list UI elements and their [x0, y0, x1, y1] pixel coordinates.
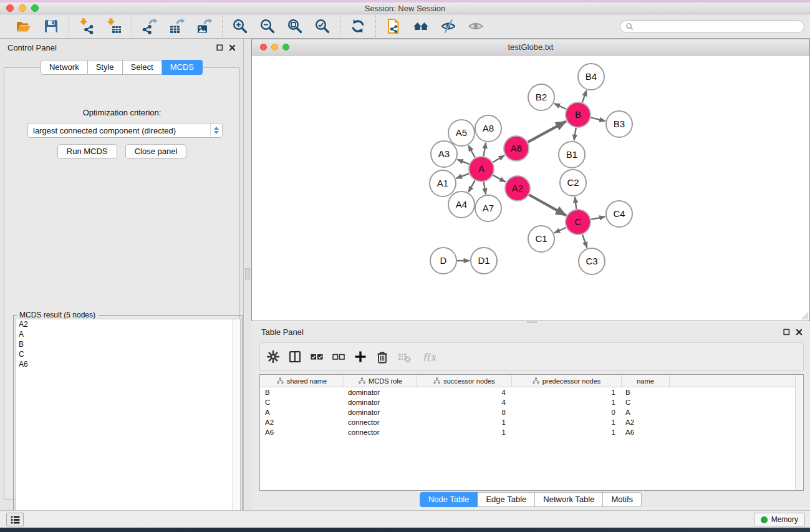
column-header-MCDS-role[interactable]: MCDS role: [344, 375, 417, 387]
new-network-file-button[interactable]: [385, 17, 402, 35]
network-maximize-button[interactable]: [282, 44, 289, 51]
node-A2[interactable]: A2: [505, 176, 530, 201]
task-history-button[interactable]: [6, 513, 24, 526]
zoom-selected-button[interactable]: [314, 17, 331, 35]
node-A8[interactable]: A8: [475, 115, 501, 142]
hide-display-button[interactable]: [440, 17, 457, 35]
export-table-button[interactable]: [168, 17, 186, 35]
column-header-predecessor-nodes[interactable]: predecessor nodes: [512, 375, 622, 387]
node-A5[interactable]: A5: [448, 120, 475, 146]
table-row[interactable]: Bdominator41B: [260, 387, 795, 397]
edge-C-C3[interactable]: [582, 235, 587, 248]
settings-button[interactable]: [266, 349, 281, 364]
refresh-button[interactable]: [349, 17, 367, 35]
zoom-fit-button[interactable]: [286, 17, 304, 35]
edge-C-C2[interactable]: [575, 197, 576, 209]
maximize-window-button[interactable]: [31, 4, 39, 12]
delete-rows-button[interactable]: [375, 349, 390, 364]
edge-A-A1[interactable]: [456, 173, 470, 178]
edge-C-C4[interactable]: [591, 216, 605, 219]
node-C3[interactable]: C3: [579, 248, 605, 274]
table-row[interactable]: Adominator80A: [260, 407, 795, 417]
optimization-criterion-dropdown[interactable]: largest connected component (directed): [27, 123, 223, 138]
node-D1[interactable]: D1: [471, 248, 497, 274]
memory-button[interactable]: Memory: [754, 513, 805, 526]
deselect-all-button[interactable]: [331, 349, 346, 364]
edge-A-A2[interactable]: [493, 175, 506, 182]
import-network-button[interactable]: [78, 17, 95, 35]
tab-edge-table[interactable]: Edge Table: [478, 492, 535, 507]
close-panel-button[interactable]: Close panel: [125, 144, 187, 159]
search-field[interactable]: [620, 20, 804, 33]
save-session-button[interactable]: [42, 17, 60, 35]
select-all-button[interactable]: [309, 349, 324, 364]
float-table-panel-icon[interactable]: [783, 329, 790, 336]
node-A[interactable]: A: [469, 157, 494, 181]
network-window-titlebar[interactable]: testGlobe.txt: [252, 39, 809, 56]
export-image-button[interactable]: [196, 17, 213, 35]
edge-A-A3[interactable]: [457, 160, 469, 165]
node-A1[interactable]: A1: [430, 170, 456, 196]
node-C1[interactable]: C1: [528, 226, 554, 252]
tab-mcds[interactable]: MCDS: [162, 60, 203, 75]
table-row[interactable]: A6connector11A6: [260, 427, 795, 437]
result-item[interactable]: C: [16, 349, 240, 359]
edge-A6-B[interactable]: [528, 122, 566, 142]
close-window-button[interactable]: [6, 4, 14, 12]
edge-A-A4[interactable]: [468, 180, 475, 192]
node-C2[interactable]: C2: [560, 170, 586, 196]
splitter-handle[interactable]: [245, 268, 250, 279]
edge-A-A8[interactable]: [484, 143, 486, 157]
tab-network[interactable]: Network: [41, 60, 88, 75]
edge-A2-C[interactable]: [529, 195, 566, 215]
add-row-button[interactable]: [353, 349, 368, 364]
edge-B-B4[interactable]: [582, 90, 587, 102]
edge-A-A7[interactable]: [484, 182, 486, 195]
home-button[interactable]: [412, 17, 430, 35]
resize-grip-icon[interactable]: [801, 312, 809, 320]
tab-style[interactable]: Style: [88, 60, 123, 75]
network-canvas[interactable]: B4B2BB3A8A5A6B1A3AA1C2A2A4A7CC4C1C3DD1: [253, 56, 809, 320]
table-row[interactable]: Cdominator41C: [260, 397, 795, 407]
search-input[interactable]: [637, 22, 799, 31]
run-mcds-button[interactable]: Run MCDS: [57, 144, 117, 159]
network-minimize-button[interactable]: [271, 44, 278, 51]
result-item[interactable]: A2: [16, 319, 240, 329]
edge-B-B2[interactable]: [554, 104, 566, 109]
network-close-button[interactable]: [260, 44, 267, 51]
table-row[interactable]: A2connector11A2: [260, 417, 795, 427]
open-session-button[interactable]: [15, 17, 32, 35]
vertical-splitter[interactable]: [244, 39, 251, 510]
result-item[interactable]: A6: [16, 359, 240, 369]
edge-C-C1[interactable]: [554, 228, 566, 233]
node-C[interactable]: C: [566, 210, 591, 235]
node-B[interactable]: B: [566, 102, 591, 127]
node-A3[interactable]: A3: [431, 141, 457, 167]
tab-network-table[interactable]: Network Table: [535, 492, 603, 507]
close-table-panel-icon[interactable]: [796, 329, 803, 336]
export-network-button[interactable]: [141, 17, 158, 35]
show-display-button[interactable]: [467, 17, 485, 35]
zoom-out-button[interactable]: [259, 17, 276, 35]
tab-node-table[interactable]: Node Table: [420, 492, 478, 507]
tab-select[interactable]: Select: [123, 60, 162, 75]
minimize-window-button[interactable]: [19, 4, 26, 12]
node-C4[interactable]: C4: [606, 201, 632, 227]
tab-motifs[interactable]: Motifs: [603, 492, 642, 507]
result-list-scrollbar[interactable]: [232, 319, 240, 522]
node-A4[interactable]: A4: [448, 191, 475, 218]
import-table-button[interactable]: [105, 17, 123, 35]
node-B1[interactable]: B1: [559, 142, 585, 168]
result-item[interactable]: B: [16, 339, 240, 349]
table-scrollbar[interactable]: [795, 375, 803, 490]
column-header-successor-nodes[interactable]: successor nodes: [417, 375, 512, 387]
node-B2[interactable]: B2: [528, 84, 554, 110]
node-D[interactable]: D: [430, 248, 456, 274]
edge-B-B3[interactable]: [591, 118, 605, 121]
node-A6[interactable]: A6: [504, 136, 529, 161]
result-item[interactable]: A: [16, 329, 240, 339]
node-A7[interactable]: A7: [475, 195, 501, 221]
show-columns-button[interactable]: [287, 349, 302, 364]
edge-B-B1[interactable]: [574, 128, 576, 141]
edge-A-A5[interactable]: [468, 145, 475, 157]
